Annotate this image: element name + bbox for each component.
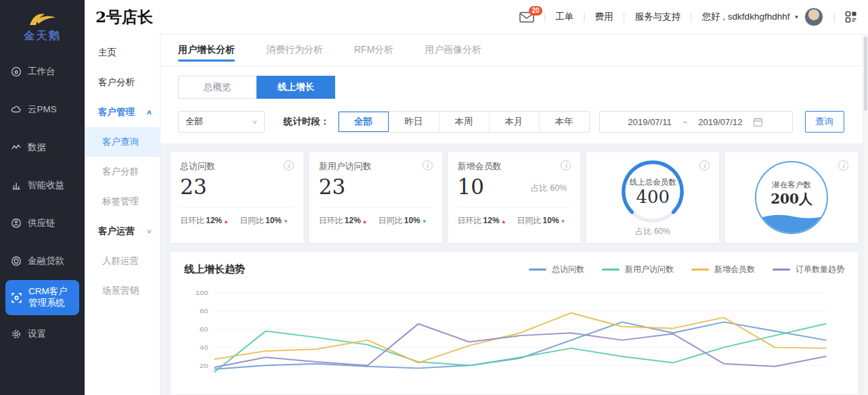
stat-cards-row: 总访问数 23 日环比12% 日同比10% 新用户访问数 (160, 143, 868, 243)
sidebar-item-label: 供应链 (28, 217, 56, 229)
bar-chart-icon (11, 180, 22, 191)
scrollbar[interactable] (863, 34, 868, 395)
legend-line-icon (773, 269, 790, 271)
filter-bar: 全部 ∨ 统计时段： 全部 昨日 本周 本月 本年 2019/07/11 (160, 101, 868, 143)
sidebar-item-crm-system[interactable]: CRM客户 管理系统 (5, 280, 79, 315)
line-chart: 10080604020 (184, 285, 844, 394)
subnav-customer-operation[interactable]: 客户运营∨ (85, 216, 160, 246)
sidebar-item-cloud-pms[interactable]: 云PMS (0, 91, 85, 129)
sidebar-item-settings[interactable]: 设置 (0, 315, 85, 353)
gauge-title: 线上总会员数 (630, 177, 676, 187)
legend-line-icon (529, 269, 546, 271)
chart-legend: 总访问数 新用户访问数 新增会员数 (529, 264, 844, 275)
subnav-customer-analysis[interactable]: 客户分析 (85, 68, 160, 97)
subtab-overview[interactable]: 总概览 (178, 76, 257, 99)
period-this-month[interactable]: 本月 (489, 112, 539, 132)
sidebar-item-finance-loan[interactable]: 金融贷款 (0, 242, 85, 280)
subnav-customer-query[interactable]: 客户查询 (85, 127, 160, 157)
sidebar-item-smart-revenue[interactable]: 智能收益 (0, 166, 85, 204)
page-title: 2号店长 (95, 7, 153, 28)
chevron-down-icon: ∨ (252, 118, 258, 125)
water-wave (756, 210, 828, 233)
content-area: 用户增长分析 消费行为分析 RFM分析 用户画像分析 总概览 线上增长 全部 ∨ (160, 34, 868, 395)
trend-down-icon (422, 218, 427, 225)
info-icon[interactable] (284, 160, 294, 170)
sidebar-item-workbench[interactable]: 工作台 (0, 53, 85, 91)
legend-new-user-visits[interactable]: 新用户访问数 (602, 264, 674, 275)
period-yesterday[interactable]: 昨日 (389, 112, 439, 132)
tab-user-portrait[interactable]: 用户画像分析 (425, 34, 481, 66)
brand-logo[interactable]: 金天鹅 (0, 0, 85, 53)
app-window: 金天鹅 工作台 云PMS 数据 智能收益 (0, 0, 868, 395)
gauge-chart: 线上总会员数 400 (620, 159, 685, 224)
finance-shield-icon (11, 256, 22, 266)
nav-support[interactable]: 服务与支持 (634, 11, 680, 23)
liquid-title: 潜在客户数 (771, 180, 812, 190)
share-note: 占比 60% (531, 183, 567, 198)
subtab-online-growth[interactable]: 线上增长 (257, 76, 335, 99)
svg-text:20: 20 (200, 362, 209, 369)
sidebar-item-label: 云PMS (28, 103, 57, 116)
tab-consumption-behavior[interactable]: 消费行为分析 (266, 34, 323, 66)
nav-billing[interactable]: 费用 (595, 11, 613, 23)
stat-card-new-members: 新增会员数 10 占比 60% 日环比12% 日同比10% (448, 152, 582, 243)
date-range-picker[interactable]: 2019/07/11 ~ 2019/07/12 (599, 111, 793, 133)
subnav-customer-segments[interactable]: 客户分群 (85, 157, 160, 187)
period-this-year[interactable]: 本年 (539, 112, 589, 132)
stat-card-potential-customers: 潜在客户数 200人 (724, 152, 859, 243)
stat-card-new-user-visits: 新用户访问数 23 日环比12% 日同比10% (309, 152, 443, 243)
query-button[interactable]: 查询 (805, 111, 844, 133)
calendar-icon (753, 117, 763, 127)
scrollbar-thumb[interactable] (864, 37, 867, 111)
period-label: 统计时段： (284, 116, 330, 128)
trend-down-icon (283, 218, 288, 225)
svg-text:40: 40 (200, 344, 209, 351)
subnav-customer-management[interactable]: 客户管理∧ (85, 97, 160, 127)
sidebar-item-label: 金融贷款 (28, 255, 64, 267)
legend-total-visits[interactable]: 总访问数 (529, 264, 584, 275)
info-icon[interactable] (422, 160, 433, 170)
messages-button[interactable]: 20 (519, 11, 534, 23)
workbench-icon (11, 66, 22, 77)
tab-rfm[interactable]: RFM分析 (354, 34, 393, 66)
gear-icon (11, 329, 22, 340)
main-column: 2号店长 20 | 工单 | 费用 | 服务与支持 | 您好 , sdkfdkh… (85, 0, 868, 395)
card-title: 新用户访问数 (319, 160, 372, 172)
nav-workorder[interactable]: 工单 (555, 11, 573, 23)
legend-order-trend[interactable]: 订单数量趋势 (773, 264, 844, 275)
gauge-value: 400 (636, 187, 670, 207)
app-grid-button[interactable] (845, 11, 857, 23)
gauge-share-note: 占比 60% (636, 226, 670, 237)
legend-new-members[interactable]: 新增会员数 (691, 264, 755, 275)
period-this-week[interactable]: 本周 (439, 112, 489, 132)
topbar: 2号店长 20 | 工单 | 费用 | 服务与支持 | 您好 , sdkfdkh… (85, 0, 868, 34)
card-value: 10 (458, 175, 484, 198)
subnav-crowd-operation[interactable]: 人群运营 (85, 246, 160, 276)
chevron-up-icon: ∧ (146, 109, 152, 116)
info-icon[interactable] (561, 160, 571, 170)
user-avatar[interactable] (804, 7, 823, 26)
date-separator: ~ (682, 117, 688, 127)
info-icon[interactable] (699, 160, 710, 170)
sidebar-item-data[interactable]: 数据 (0, 129, 85, 166)
period-all[interactable]: 全部 (339, 112, 389, 132)
primary-sidebar: 金天鹅 工作台 云PMS 数据 智能收益 (0, 0, 85, 395)
unread-count-badge: 20 (529, 6, 542, 16)
subnav-scene-marketing[interactable]: 场景营销 (85, 276, 160, 306)
trend-up-icon (223, 218, 229, 225)
brand-name: 金天鹅 (24, 29, 61, 43)
period-segmented-control: 全部 昨日 本周 本月 本年 (338, 111, 590, 133)
stat-card-total-visits: 总访问数 23 日环比12% 日同比10% (170, 152, 304, 243)
sidebar-item-supply-chain[interactable]: 供应链 (0, 204, 85, 242)
user-menu[interactable]: 您好 , sdkfdkhgfhdhhf ▼ (702, 11, 800, 23)
crm-frame-icon (11, 292, 22, 304)
chart-title: 线上增长趋势 (184, 263, 245, 276)
workspace: 主页 客户分析 客户管理∧ 客户查询 客户分群 标签管理 客户运营∨ 人群运营 … (85, 34, 868, 395)
svg-text:60: 60 (200, 326, 209, 333)
tab-user-growth[interactable]: 用户增长分析 (178, 34, 235, 66)
cloud-icon (11, 104, 22, 115)
subnav-tag-management[interactable]: 标签管理 (85, 187, 160, 216)
subnav-home[interactable]: 主页 (85, 38, 160, 68)
info-icon[interactable] (838, 160, 848, 170)
store-select[interactable]: 全部 ∨ (178, 111, 265, 133)
